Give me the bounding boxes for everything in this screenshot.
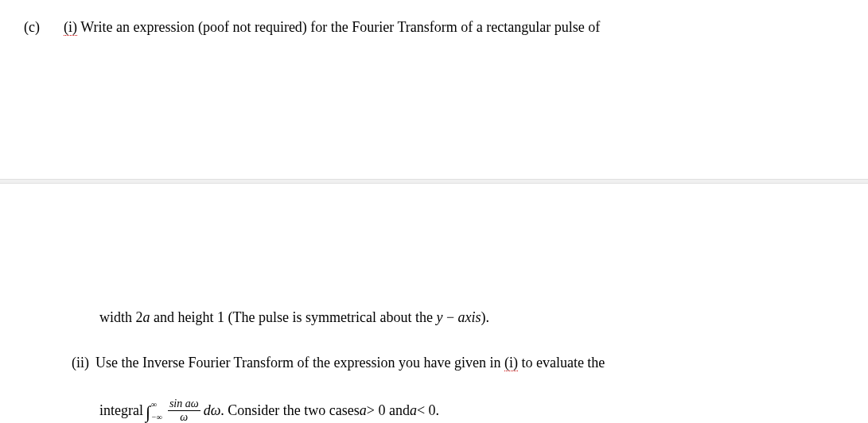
integral-line: integral ∫ ∞ −∞ sin aω ω dω. Consider th…	[24, 397, 844, 423]
sub-ii-text-a: Use the Inverse Fourier Transform of the…	[95, 355, 504, 371]
width-line: width 2a and height 1 (The pulse is symm…	[24, 306, 844, 329]
sub-ii-label: (ii)	[72, 351, 95, 374]
sub-ii-text-b: to evaluate the	[518, 355, 605, 371]
sub-i-text: Write an expression (poof not required) …	[80, 19, 600, 35]
sub-i-label: (i)	[64, 19, 77, 36]
fraction: sin aω ω	[168, 398, 200, 423]
integral-symbol: ∫ ∞ −∞	[146, 397, 162, 423]
part-ii-line: (ii) Use the Inverse Fourier Transform o…	[24, 351, 844, 374]
page-divider	[0, 179, 868, 184]
sub-ii-i-ref: (i)	[504, 355, 518, 371]
part-label: (c)	[24, 16, 64, 39]
part-i-line: (i) Write an expression (poof not requir…	[64, 16, 844, 39]
